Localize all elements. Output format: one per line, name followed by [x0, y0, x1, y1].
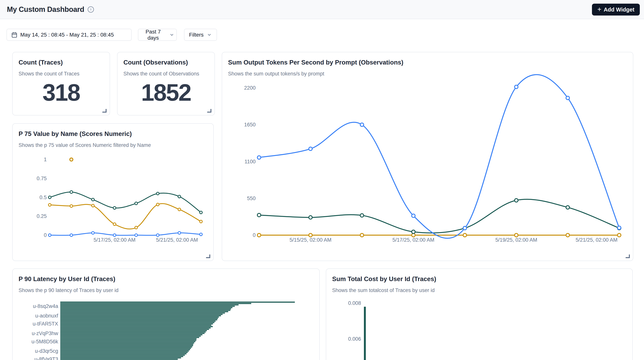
plus-icon: +	[597, 6, 601, 13]
widget-title: Count (Traces)	[18, 59, 63, 66]
time-preset-dropdown[interactable]: Past 7 days	[138, 29, 177, 41]
widget-title: Count (Observations)	[124, 59, 188, 66]
svg-text:5/21/25, 02:00 AM: 5/21/25, 02:00 AM	[156, 237, 198, 243]
chevron-down-icon	[169, 32, 174, 38]
widget-title: P 75 Value by Name (Scores Numeric)	[18, 130, 132, 138]
widget-sum-total-cost: 0.0060.008 Sum Total Cost by User Id (Tr…	[326, 268, 633, 360]
svg-text:0.006: 0.006	[348, 336, 361, 342]
filters-dropdown[interactable]: Filters	[184, 29, 217, 41]
add-widget-label: Add Widget	[604, 7, 634, 13]
svg-text:0: 0	[253, 232, 256, 238]
date-range-picker[interactable]: May 14, 25 : 08:45 - May 21, 25 : 08:45	[6, 29, 132, 41]
svg-text:0.25: 0.25	[36, 213, 47, 219]
svg-text:2200: 2200	[244, 85, 256, 91]
widget-subtitle: Shows the p 75 value of Scores Numeric f…	[18, 142, 151, 148]
svg-text:u-aobnuxf: u-aobnuxf	[35, 313, 58, 319]
add-widget-button[interactable]: + Add Widget	[592, 4, 640, 16]
svg-text:1100: 1100	[244, 159, 256, 165]
time-preset-label: Past 7 days	[140, 29, 166, 41]
widget-count-observations: Count (Observations) Shows the count of …	[117, 52, 215, 116]
resize-handle-icon[interactable]	[206, 254, 210, 258]
resize-handle-icon[interactable]	[626, 254, 630, 258]
widget-subtitle: Shows the count of Traces	[18, 71, 80, 77]
svg-text:u-tFAR5TX: u-tFAR5TX	[32, 321, 58, 327]
resize-handle-icon[interactable]	[102, 109, 106, 113]
widget-subtitle: Shows the sum output tokens/s by prompt	[228, 71, 324, 77]
tokens-line-chart: 05501100165022005/15/25, 02:00 AM5/17/25…	[222, 52, 633, 261]
widget-count-traces: Count (Traces) Shows the count of Traces…	[12, 52, 110, 116]
svg-text:0.75: 0.75	[36, 176, 47, 181]
widget-subtitle: Shows the sum totalcost of Traces by use…	[332, 287, 435, 293]
svg-text:0.5: 0.5	[40, 195, 47, 200]
svg-text:1: 1	[44, 157, 47, 162]
svg-text:u-8sq2w4a: u-8sq2w4a	[33, 303, 58, 309]
svg-text:u-d3qr5cg: u-d3qr5cg	[35, 348, 58, 354]
widget-p75-value-by-name: 00.250.50.7515/17/25, 02:00 AM5/21/25, 0…	[12, 123, 214, 261]
date-range-value: May 14, 25 : 08:45 - May 21, 25 : 08:45	[20, 32, 114, 38]
calendar-icon	[12, 32, 17, 38]
count-observations-value: 1852	[118, 81, 214, 104]
svg-text:1650: 1650	[244, 122, 256, 128]
svg-text:550: 550	[247, 195, 256, 201]
top-header-bar: My Custom Dashboard i + Add Widget	[0, 0, 644, 19]
svg-text:5/17/25, 02:00 AM: 5/17/25, 02:00 AM	[94, 237, 136, 243]
widget-subtitle: Shows the p 90 latency of Traces by user…	[18, 287, 118, 293]
svg-text:u-8fVa9T3: u-8fVa9T3	[34, 356, 58, 360]
widget-title: P 90 Latency by User Id (Traces)	[18, 275, 115, 283]
count-traces-value: 318	[13, 81, 110, 104]
widget-title: Sum Total Cost by User Id (Traces)	[332, 275, 436, 283]
resize-handle-icon[interactable]	[207, 109, 212, 113]
widget-p90-latency: u-8sq2w4au-aobnuxfu-tFAR5TXu-zVqP3hwu-5M…	[12, 268, 320, 360]
svg-text:5/19/25, 02:00 AM: 5/19/25, 02:00 AM	[495, 237, 537, 243]
svg-text:u-zVqP3hw: u-zVqP3hw	[32, 330, 58, 336]
filters-label: Filters	[189, 32, 204, 38]
svg-text:5/17/25, 02:00 AM: 5/17/25, 02:00 AM	[392, 237, 434, 243]
widget-title: Sum Output Tokens Per Second by Prompt (…	[228, 59, 403, 66]
svg-text:5/21/25, 02:00 AM: 5/21/25, 02:00 AM	[576, 237, 618, 243]
info-icon[interactable]: i	[88, 6, 94, 13]
chevron-down-icon	[207, 32, 212, 38]
widget-subtitle: Shows the count of Observations	[124, 71, 199, 77]
svg-text:5/15/25, 02:00 AM: 5/15/25, 02:00 AM	[290, 237, 331, 243]
page-title: My Custom Dashboard	[7, 5, 84, 14]
widget-tokens-per-second: 05501100165022005/15/25, 02:00 AM5/17/25…	[222, 52, 633, 261]
svg-text:u-5M8D56k: u-5M8D56k	[32, 339, 58, 344]
svg-text:0.008: 0.008	[348, 300, 361, 306]
svg-text:0: 0	[44, 232, 47, 238]
